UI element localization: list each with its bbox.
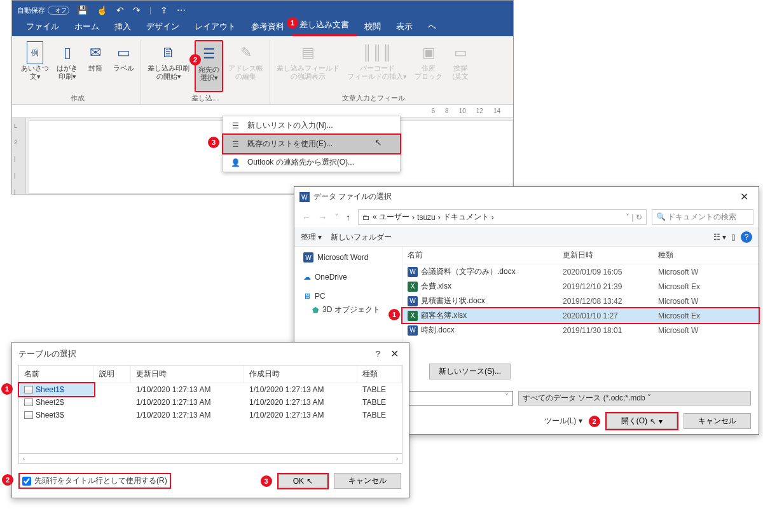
tab-home[interactable]: ホーム [67,18,107,36]
first-row-header-checkbox[interactable]: 先頭行をタイトル行として使用する(R) [20,474,170,488]
organize-menu[interactable]: 整理 ▾ [301,232,322,243]
save-icon[interactable]: 💾 [77,5,88,15]
ok-button[interactable]: OK ↖ [278,474,327,488]
folder-icon: 🗀 [362,213,370,222]
dialog-title: テーブルの選択 [18,348,76,360]
start-merge-button[interactable]: 🗎差し込み印刷 の開始▾ [145,40,192,92]
menu-outlook-contacts[interactable]: 👤 Outlook の連絡先から選択(O)... [223,153,400,172]
tab-references[interactable]: 参考資料 [244,18,292,36]
close-button[interactable]: ✕ [387,348,402,360]
table-selection-dialog: テーブルの選択 ? ✕ 名前 説明 更新日時 作成日時 種類 1 Sheet1$… [11,342,409,498]
existing-list-icon: ☰ [230,140,241,149]
dialog-titlebar: W データ ファイルの選択 ✕ [294,187,759,207]
tree-onedrive[interactable]: ☁OneDrive [297,271,399,283]
label-button[interactable]: ▭ラベル [111,40,137,92]
word-app-icon: W [303,252,313,263]
search-icon: 🔍 [656,212,668,221]
open-button[interactable]: 開く(O) ↖ ▾ [607,413,677,429]
ribbon-group-start-merge: 🗎差し込み印刷 の開始▾ 2 ☰宛先の 選択▾ ✎アドレス帳 の編集 差し込… [141,40,270,104]
table-row-selected[interactable]: 1 Sheet1$ 1/10/2020 1:27:13 AM1/10/2020 … [19,383,402,396]
callout-badge-2-checkbox: 2 [2,474,13,486]
tab-review[interactable]: 校閲 [357,18,388,36]
callout-badge-1: 1 [287,17,298,29]
tab-view[interactable]: 表示 [388,18,420,36]
tree-pc[interactable]: 🖥PC [297,290,399,303]
tab-file[interactable]: ファイル [18,18,67,36]
cursor-icon: ↖ [306,477,313,486]
share-icon[interactable]: ⇪ [160,5,168,15]
new-folder-button[interactable]: 新しいフォルダー [331,232,392,243]
highlight-icon: ▤ [301,41,315,64]
tab-design[interactable]: デザイン [139,18,187,36]
close-button[interactable]: ✕ [735,191,753,203]
help-button[interactable]: ? [369,349,387,358]
callout-badge-3-ok: 3 [261,475,272,487]
envelope-button[interactable]: ✉封筒 [83,40,108,92]
undo-icon[interactable]: ↶ [116,5,124,15]
address-block-button: ▣住所 ブロック [412,40,445,92]
horizontal-scrollbar[interactable]: ‹› [18,454,402,464]
file-row-selected[interactable]: 1 X顧客名簿.xlsx 2020/01/10 1:27Microsoft Ex [402,308,759,323]
word-icon: W [299,192,310,202]
new-source-button[interactable]: 新しいソース(S)... [429,364,511,379]
sheet-icon [24,411,33,419]
ribbon-group-create: 例あいさつ 文▾ ▯はがき 印刷▾ ✉封筒 ▭ラベル 作成 [15,40,141,104]
more-icon[interactable]: ⋯ [177,5,186,15]
select-recipients-button[interactable]: 2 ☰宛先の 選択▾ [195,40,223,92]
cancel-button[interactable]: キャンセル [334,473,401,489]
file-icon: X [408,311,418,321]
file-row[interactable]: W会議資料（文字のみ）.docx 2020/01/09 16:05Microso… [402,264,759,279]
nav-up-icon[interactable]: ↑ [343,212,353,222]
tab-mailings[interactable]: 1 差し込み文書 [292,16,357,36]
file-list: 名前 更新日時 種類 W会議資料（文字のみ）.docx 2020/01/09 1… [402,247,759,358]
table-header[interactable]: 名前 説明 更新日時 作成日時 種類 [19,365,402,383]
checkbox-input[interactable] [22,477,31,486]
tree-word[interactable]: WMicrosoft Word [297,250,399,264]
filetype-select[interactable]: すべてのデータ ソース (*.odc;*.mdb ˅ [518,391,751,406]
tree-3d-objects[interactable]: ⬟3D オブジェクト [297,303,399,317]
search-input[interactable]: 🔍 ドキュメントの検索 [652,209,753,225]
file-list-header[interactable]: 名前 更新日時 種類 [402,247,759,264]
tools-menu[interactable]: ツール(L) ▾ [544,416,582,426]
recipients-icon: ☰ [203,43,216,65]
tab-layout[interactable]: レイアウト [187,18,244,36]
greeting-button[interactable]: 例あいさつ 文▾ [18,40,52,92]
view-options-icon[interactable]: ☷ ▾ [713,233,726,242]
cursor-icon: ↖ [650,417,656,426]
postcard-icon: ▯ [64,41,71,64]
onedrive-icon: ☁ [303,273,311,282]
outlook-icon: 👤 [230,158,241,167]
tab-insert[interactable]: 挿入 [107,18,139,36]
file-row[interactable]: W見積書送り状.docx 2019/12/08 13:42Microsoft W [402,294,759,308]
table-row[interactable]: Sheet3$ 1/10/2020 1:27:13 AM1/10/2020 1:… [19,409,402,421]
nav-back-icon[interactable]: ← [299,212,313,222]
dialog-titlebar: テーブルの選択 ? ✕ [12,343,409,365]
callout-badge-1-table: 1 [1,383,13,395]
new-list-icon: ☰ [230,121,241,130]
cancel-button[interactable]: キャンセル [684,413,751,429]
postcard-button[interactable]: ▯はがき 印刷▾ [54,40,80,92]
vertical-ruler: L2||| [12,118,26,194]
callout-badge-2: 2 [189,54,201,65]
ribbon-group-write-fields: ▤差し込みフィールド の強調表示 ║║║バーコード フィールドの挿入▾ ▣住所 … [270,40,477,104]
ribbon-tabs: ファイル ホーム 挿入 デザイン レイアウト 参考資料 1 差し込み文書 校閲 … [12,20,513,36]
redo-icon[interactable]: ↷ [133,5,141,15]
file-row[interactable]: W時刻.docx 2019/11/30 18:01Microsoft W [402,323,759,338]
highlight-fields-button: ▤差し込みフィールド の強調表示 [274,40,342,92]
autosave-toggle[interactable]: 自動保存 オフ [17,6,69,15]
path-breadcrumb[interactable]: 🗀 « ユーザー › tsuzu › ドキュメント › ˅ | ↻ [358,209,647,225]
nav-recent-icon[interactable]: ˅ [332,212,341,222]
help-icon[interactable]: ? [741,231,752,243]
edit-recipients-button: ✎アドレス帳 の編集 [226,40,266,92]
tab-help[interactable]: ヘ [420,18,444,36]
touch-mode-icon[interactable]: ☝ [97,5,107,15]
preview-pane-icon[interactable]: ▯ [731,233,736,242]
menu-use-existing[interactable]: 3 ☰ 既存のリストを使用(E)... ↖ [222,133,401,154]
greeting-icon: ▭ [454,41,467,64]
menu-new-list[interactable]: ☰ 新しいリストの入力(N)... [223,116,400,135]
callout-badge-2-open: 2 [589,416,600,427]
callout-badge-1-file: 1 [388,309,400,320]
table-row[interactable]: Sheet2$ 1/10/2020 1:27:13 AM1/10/2020 1:… [19,396,402,409]
file-row[interactable]: X会費.xlsx 2019/12/10 21:39Microsoft Ex [402,279,759,294]
barcode-icon: ║║║ [362,41,392,64]
